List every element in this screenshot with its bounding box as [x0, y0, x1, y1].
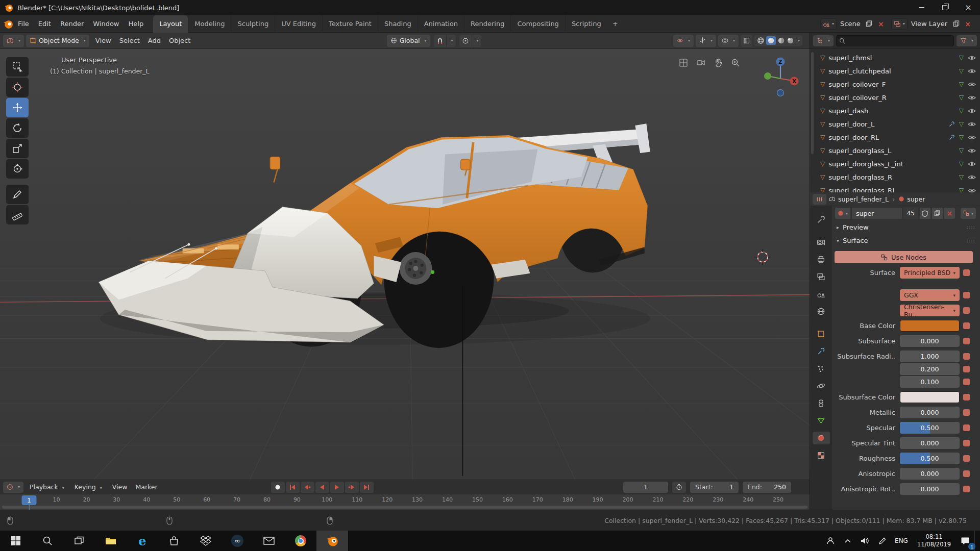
- outliner-search[interactable]: [836, 35, 954, 46]
- material-name-field[interactable]: super: [852, 208, 902, 219]
- visibility-eye-icon[interactable]: [968, 148, 976, 154]
- property-slider[interactable]: 0.000: [900, 468, 960, 480]
- outliner-scrollbar[interactable]: [811, 52, 814, 154]
- timeline-ruler[interactable]: 1020304050607080901001101201301401501601…: [0, 494, 810, 510]
- visibility-eye-icon[interactable]: [968, 108, 976, 114]
- new-material-button[interactable]: [932, 208, 943, 219]
- snap-toggle[interactable]: [434, 35, 446, 47]
- jump-to-start-button[interactable]: [286, 482, 300, 493]
- tab-object[interactable]: [813, 328, 830, 340]
- rendered-shading-icon[interactable]: [787, 37, 794, 44]
- action-center-button[interactable]: 1: [957, 531, 973, 551]
- color-swatch[interactable]: [900, 320, 960, 332]
- workspace-tab-scripting[interactable]: Scripting: [565, 15, 607, 33]
- tab-output[interactable]: [813, 253, 830, 266]
- tab-world[interactable]: [813, 305, 830, 318]
- property-number[interactable]: 0.100: [900, 376, 960, 388]
- keyframe-decorator-icon[interactable]: [963, 353, 970, 360]
- tab-modifiers[interactable]: [813, 345, 830, 358]
- keyframe-decorator-icon[interactable]: [963, 455, 970, 462]
- remove-view-layer-button[interactable]: ×: [963, 19, 973, 29]
- outliner-item[interactable]: ▽superl_door_L▽: [810, 117, 980, 131]
- property-slider[interactable]: 0.000: [900, 407, 960, 418]
- gizmo-y-axis[interactable]: [764, 72, 771, 80]
- keyframe-decorator-icon[interactable]: [963, 409, 970, 416]
- surface-panel-header[interactable]: ▾ Surface ::::: [832, 234, 980, 247]
- material-shading-icon[interactable]: [777, 37, 785, 44]
- new-scene-button[interactable]: [864, 19, 874, 29]
- property-slider[interactable]: 0.000: [900, 437, 960, 449]
- outliner-item[interactable]: ▽superl_coilover_F▽: [810, 78, 980, 91]
- mail-icon[interactable]: [253, 531, 285, 551]
- panel-grip-icon[interactable]: ::::: [967, 238, 975, 243]
- timeline-menu-marker[interactable]: Marker: [131, 483, 161, 491]
- property-menu[interactable]: GGX▾: [900, 289, 960, 301]
- cursor-tool[interactable]: [6, 78, 29, 97]
- overlays-dropdown[interactable]: ▾: [718, 35, 739, 47]
- tab-material[interactable]: [813, 432, 830, 444]
- pen-icon[interactable]: [874, 531, 891, 551]
- keyframe-decorator-icon[interactable]: [963, 470, 970, 477]
- new-view-layer-button[interactable]: [951, 19, 961, 29]
- workspace-tab-rendering[interactable]: Rendering: [464, 15, 510, 33]
- tab-constraints[interactable]: [813, 397, 830, 410]
- zoom-icon[interactable]: [731, 58, 740, 67]
- material-link-dropdown[interactable]: ▾: [961, 208, 976, 219]
- visibility-eye-icon[interactable]: [968, 188, 976, 193]
- property-menu[interactable]: Principled BSD▾: [900, 267, 960, 279]
- fake-user-shield-button[interactable]: [920, 208, 930, 219]
- outliner-item[interactable]: ▽superl_doorglass_L_int▽: [810, 157, 980, 170]
- workspace-tab-layout[interactable]: Layout: [153, 15, 188, 33]
- outliner-item[interactable]: ▽superl_clutchpedal▽: [810, 64, 980, 78]
- outliner-item[interactable]: ▽superl_doorglass_R▽: [810, 170, 980, 184]
- viewport-menu-view[interactable]: View: [91, 37, 115, 44]
- minimize-button[interactable]: [910, 0, 933, 15]
- panel-grip-icon[interactable]: ::::: [967, 224, 975, 230]
- outliner-item[interactable]: ▽superl_chmsl▽: [810, 51, 980, 64]
- start-button[interactable]: [0, 531, 32, 551]
- keyframe-decorator-icon[interactable]: [963, 486, 970, 492]
- keyframe-decorator-icon[interactable]: [963, 292, 970, 298]
- 3d-viewport[interactable]: User Perspective (1) Collection | superl…: [0, 49, 810, 480]
- tab-particles[interactable]: [813, 362, 830, 375]
- workspace-tab-texture-paint[interactable]: Texture Paint: [322, 15, 378, 33]
- transform-tool[interactable]: [6, 159, 29, 179]
- tab-view-layer[interactable]: [813, 270, 830, 283]
- outliner-search-input[interactable]: [847, 37, 951, 44]
- tab-render[interactable]: [813, 236, 830, 248]
- next-keyframe-button[interactable]: [345, 482, 359, 493]
- visibility-eye-icon[interactable]: [968, 174, 976, 180]
- wireframe-shading-icon[interactable]: [757, 37, 765, 44]
- keyframe-decorator-icon[interactable]: [963, 379, 970, 385]
- property-slider[interactable]: 0.500: [900, 422, 960, 434]
- tab-texture[interactable]: [813, 449, 830, 462]
- chrome-icon[interactable]: [285, 531, 316, 551]
- property-menu[interactable]: Christensen-Bu..▾: [900, 305, 960, 316]
- previous-keyframe-button[interactable]: [301, 482, 314, 493]
- record-button[interactable]: [271, 482, 285, 493]
- viewport-menu-add[interactable]: Add: [144, 37, 165, 44]
- keyframe-decorator-icon[interactable]: [963, 338, 970, 344]
- view-layer-name[interactable]: View Layer: [909, 20, 949, 28]
- jump-to-end-button[interactable]: [360, 482, 374, 493]
- visibility-eye-icon[interactable]: [968, 135, 976, 140]
- dropbox-icon[interactable]: [190, 531, 222, 551]
- outliner-item[interactable]: ▽superl_doorglass_L▽: [810, 144, 980, 157]
- keyframe-decorator-icon[interactable]: [963, 424, 970, 431]
- keying-menu[interactable]: Keying ▾: [70, 483, 106, 491]
- select-box-tool[interactable]: [6, 57, 29, 77]
- move-tool[interactable]: [6, 98, 29, 117]
- perspective-grid-icon[interactable]: [679, 58, 688, 67]
- menu-file[interactable]: File: [13, 15, 34, 33]
- outliner-filter-button[interactable]: ▾: [957, 35, 977, 46]
- volume-icon[interactable]: [857, 531, 873, 551]
- use-nodes-button[interactable]: Use Nodes: [835, 251, 973, 263]
- property-slider[interactable]: 0.000: [900, 335, 960, 347]
- property-number[interactable]: 0.200: [900, 363, 960, 375]
- outliner-item[interactable]: ▽superl_dash▽: [810, 104, 980, 117]
- browse-view-layer-button[interactable]: ▾: [891, 18, 908, 30]
- keyframe-decorator-icon[interactable]: [963, 440, 970, 446]
- menu-render[interactable]: Render: [56, 15, 88, 33]
- visibility-eye-icon[interactable]: [968, 161, 976, 167]
- navigation-gizmo[interactable]: Z X: [758, 55, 802, 99]
